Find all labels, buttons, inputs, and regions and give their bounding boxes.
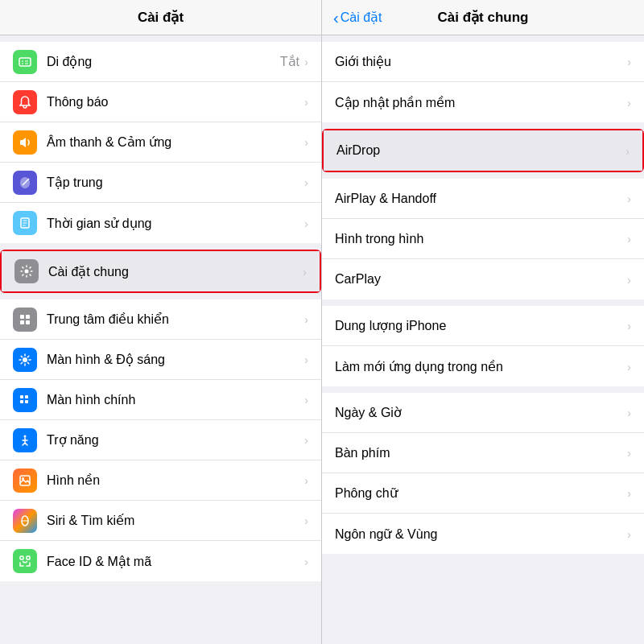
am-thanh-label: Âm thanh & Cảm ứng (47, 134, 304, 150)
cai-dat-chung-icon (14, 259, 39, 283)
airdrop-label: AirDrop (336, 143, 625, 158)
hinh-nen-label: Hình nền (47, 473, 304, 488)
faceid-chevron: › (304, 555, 308, 568)
hinh-trong-hinh-chevron: › (627, 232, 631, 246)
lam-moi-chevron: › (627, 360, 631, 374)
right-item-airdrop[interactable]: AirDrop › (324, 130, 642, 171)
sidebar-item-cai-dat-chung[interactable]: Cài đặt chung › (2, 251, 320, 291)
sidebar-item-man-hinh-do-sang[interactable]: Màn hình & Độ sáng › (0, 340, 321, 380)
man-hinh-chinh-icon (13, 388, 37, 412)
cap-nhat-chevron: › (627, 96, 631, 109)
right-item-cap-nhat[interactable]: Cập nhật phần mềm › (322, 82, 644, 122)
am-thanh-icon (13, 130, 37, 155)
right-item-dung-luong[interactable]: Dung lượng iPhone › (322, 306, 644, 346)
airdrop-highlight-box: AirDrop › (322, 129, 644, 172)
right-item-airplay[interactable]: AirPlay & Handoff › (322, 179, 644, 219)
sidebar-item-thoi-gian[interactable]: Thời gian sử dụng › (0, 203, 321, 243)
di-dong-chevron: › (304, 55, 308, 68)
header-bar: Cài đặt ‹ Cài đặt Cài đặt chung (0, 0, 644, 35)
tap-trung-icon (13, 171, 37, 195)
right-item-ban-phim[interactable]: Bàn phím › (322, 433, 644, 473)
tro-nang-label: Trợ năng (47, 432, 304, 448)
right-panel: Giới thiệu › Cập nhật phần mềm › AirDrop… (322, 35, 644, 644)
sidebar-item-hinh-nen[interactable]: Hình nền › (0, 460, 321, 501)
sidebar-item-siri[interactable]: Siri & Tìm kiếm › (0, 501, 321, 541)
svg-rect-8 (20, 395, 23, 398)
carplay-chevron: › (627, 273, 631, 287)
airdrop-group: AirDrop › (324, 130, 642, 171)
faceid-label: Face ID & Mật mã (47, 554, 304, 569)
gioi-thieu-label: Giới thiệu (335, 54, 627, 69)
main-content: Di động Tắt › Thông báo › Âm thanh & Cảm… (0, 35, 644, 644)
thong-bao-icon (13, 90, 37, 114)
thong-bao-chevron: › (304, 95, 308, 109)
airplay-label: AirPlay & Handoff (335, 192, 627, 206)
lam-moi-label: Làm mới ứng dụng trong nền (335, 359, 627, 374)
svg-point-2 (25, 270, 29, 274)
sidebar-item-di-dong[interactable]: Di động Tắt › (0, 42, 321, 82)
man-hinh-chinh-chevron: › (304, 393, 308, 407)
settings-group-2: Trung tâm điều khiển › Màn hình & Độ sán… (0, 299, 321, 581)
svg-rect-10 (20, 400, 23, 403)
man-hinh-chevron: › (304, 353, 308, 366)
thong-bao-label: Thông báo (47, 95, 304, 109)
right-item-hinh-trong-hinh[interactable]: Hình trong hình › (322, 219, 644, 259)
di-dong-icon (13, 50, 37, 74)
ngay-gio-chevron: › (627, 406, 631, 419)
right-item-ngon-ngu[interactable]: Ngôn ngữ & Vùng › (322, 514, 644, 554)
settings-group-1: Di động Tắt › Thông báo › Âm thanh & Cảm… (0, 42, 321, 243)
tro-nang-chevron: › (304, 433, 308, 447)
sidebar-item-tap-trung[interactable]: Tập trung › (0, 163, 321, 203)
svg-rect-6 (26, 320, 30, 324)
trung-tam-label: Trung tâm điều khiển (47, 312, 304, 327)
right-item-carplay[interactable]: CarPlay › (322, 259, 644, 299)
trung-tam-icon (13, 308, 37, 332)
dung-luong-chevron: › (627, 319, 631, 332)
sidebar-item-tro-nang[interactable]: Trợ năng › (0, 420, 321, 460)
svg-point-12 (24, 435, 27, 437)
sidebar-item-thong-bao[interactable]: Thông báo › (0, 82, 321, 122)
ban-phim-chevron: › (627, 446, 631, 460)
svg-rect-17 (27, 556, 30, 559)
right-item-phong-chu[interactable]: Phông chữ › (322, 473, 644, 514)
siri-icon (13, 509, 37, 533)
tap-trung-chevron: › (304, 175, 308, 189)
svg-rect-16 (20, 556, 23, 559)
sidebar-item-am-thanh[interactable]: Âm thanh & Cảm ứng › (0, 122, 321, 163)
thoi-gian-chevron: › (304, 217, 308, 230)
back-label: Cài đặt (341, 10, 382, 25)
svg-rect-5 (20, 320, 24, 324)
faceid-icon (13, 549, 37, 573)
right-item-ngay-gio[interactable]: Ngày & Giờ › (322, 393, 644, 433)
hinh-nen-icon (13, 469, 37, 493)
siri-label: Siri & Tìm kiếm (47, 513, 304, 528)
am-thanh-chevron: › (304, 135, 308, 149)
chevron-left-icon: ‹ (333, 10, 339, 26)
man-hinh-label: Màn hình & Độ sáng (47, 352, 304, 367)
left-panel: Di động Tắt › Thông báo › Âm thanh & Cảm… (0, 35, 322, 644)
back-button[interactable]: ‹ Cài đặt (333, 10, 382, 26)
ban-phim-label: Bàn phím (335, 446, 627, 460)
cai-dat-chung-chevron: › (303, 265, 307, 279)
trung-tam-chevron: › (304, 312, 308, 326)
svg-rect-9 (25, 395, 28, 398)
phong-chu-chevron: › (627, 486, 631, 500)
thoi-gian-label: Thời gian sử dụng (47, 216, 304, 231)
right-item-lam-moi[interactable]: Làm mới ứng dụng trong nền › (322, 346, 644, 386)
cai-dat-chung-label: Cài đặt chung (48, 264, 303, 279)
right-group-1: Giới thiệu › Cập nhật phần mềm › (322, 42, 644, 122)
sidebar-item-trung-tam[interactable]: Trung tâm điều khiển › (0, 299, 321, 340)
right-item-gioi-thieu[interactable]: Giới thiệu › (322, 42, 644, 82)
svg-rect-0 (19, 58, 31, 66)
right-group-2: AirPlay & Handoff › Hình trong hình › Ca… (322, 179, 644, 299)
right-header: ‹ Cài đặt Cài đặt chung (322, 0, 644, 35)
sidebar-item-faceid[interactable]: Face ID & Mật mã › (0, 541, 321, 581)
ngon-ngu-label: Ngôn ngữ & Vùng (335, 526, 627, 542)
man-hinh-icon (13, 348, 37, 372)
right-panel-title: Cài đặt chung (438, 9, 529, 26)
svg-rect-3 (20, 315, 24, 319)
sidebar-item-man-hinh-chinh[interactable]: Màn hình chính › (0, 380, 321, 420)
svg-rect-11 (25, 400, 28, 403)
hinh-trong-hinh-label: Hình trong hình (335, 232, 627, 246)
ngon-ngu-chevron: › (627, 527, 631, 541)
